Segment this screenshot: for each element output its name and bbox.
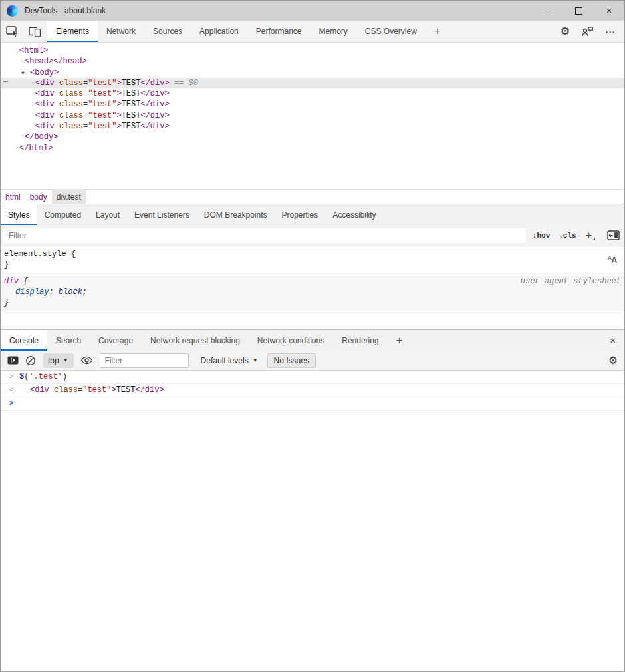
dom-tree-row[interactable]: <div class="test">TEST</div> (1, 110, 624, 121)
settings-icon[interactable]: ⚙ (561, 26, 570, 37)
dom-tree-row[interactable]: <div class="test">TEST</div> (1, 88, 624, 99)
breadcrumb-item-html[interactable]: html (1, 190, 25, 204)
panel-tab-css-overview[interactable]: CSS Overview (356, 21, 426, 42)
panel-tab-memory[interactable]: Memory (311, 21, 356, 42)
css-rule[interactable]: element.style {} (1, 246, 624, 273)
styles-tab-computed[interactable]: Computed (37, 204, 88, 225)
styles-tab-dom-breakpoints[interactable]: DOM Breakpoints (197, 204, 275, 225)
syntax-token: </body> (25, 132, 58, 142)
dom-tree-row[interactable]: <div class="test">TEST</div> (1, 121, 624, 132)
panel-tab-sources[interactable]: Sources (144, 21, 191, 42)
syntax-token: "test" (88, 89, 116, 98)
log-levels-dropdown[interactable]: Default levels ▼ (201, 356, 258, 365)
drawer-tab-rendering[interactable]: Rendering (333, 330, 387, 351)
syntax-token: > (116, 122, 121, 131)
dom-tree-row[interactable]: <head></head> (1, 56, 624, 67)
syntax-token: <div (35, 79, 59, 88)
drawer-tab-coverage[interactable]: Coverage (90, 330, 142, 351)
dom-tree-row[interactable]: </html> (1, 143, 624, 154)
console-settings-icon[interactable]: ⚙ (608, 355, 618, 366)
syntax-token: > (116, 100, 121, 109)
dom-tree-row[interactable]: </body> (1, 132, 624, 142)
syntax-token: </div> (140, 79, 169, 88)
node-overflow-dots[interactable]: ⋯ (3, 77, 8, 87)
panel-tab-application[interactable]: Application (191, 21, 247, 42)
syntax-token: <div (35, 122, 59, 131)
syntax-token: <div (35, 89, 59, 98)
minimize-icon (545, 11, 551, 11)
console-prompt-row[interactable]: > (1, 397, 624, 411)
console-filter-input[interactable] (100, 353, 189, 368)
syntax-token: </div> (140, 111, 169, 120)
close-drawer-button[interactable]: × (601, 330, 624, 351)
dom-tree-row[interactable]: ⋯<div class="test">TEST</div> == $0 (1, 78, 624, 88)
window-controls: × (533, 1, 624, 21)
syntax-token: "test" (82, 385, 111, 395)
drawer-tab-network-request-blocking[interactable]: Network request blocking (142, 330, 249, 351)
font-editor-icon[interactable]: AA (608, 255, 617, 266)
css-property[interactable]: display: block; (4, 287, 624, 297)
panel-tab-network[interactable]: Network (98, 21, 144, 42)
feedback-icon[interactable] (581, 26, 594, 37)
syntax-token: TEST (116, 385, 136, 395)
styles-tab-styles[interactable]: Styles (1, 204, 37, 225)
new-style-rule-button[interactable]: + (583, 230, 597, 242)
styles-pane-tabs: StylesComputedLayoutEvent ListenersDOM B… (1, 204, 624, 225)
panel-tab-elements[interactable]: Elements (47, 21, 98, 42)
style-origin: user agent stylesheet (521, 276, 621, 287)
clear-console-icon[interactable] (25, 355, 36, 366)
elements-tree-panel: <html><head></head>▼<body>⋯<div class="t… (1, 43, 624, 189)
syntax-token: class (59, 89, 83, 98)
syntax-token: == (170, 79, 189, 88)
drawer-tabs: ConsoleSearchCoverageNetwork request blo… (1, 330, 624, 351)
issues-badge[interactable]: No Issues (267, 353, 316, 368)
breadcrumb-item-div-test[interactable]: div.test (52, 190, 86, 204)
console-messages: >$('.test')<<div class="test">TEST</div>… (1, 371, 624, 671)
more-options-icon[interactable]: ⋯ (605, 27, 616, 37)
styles-tab-layout[interactable]: Layout (88, 204, 127, 225)
console-chevron-icon: < (9, 386, 14, 395)
device-toolbar-icon[interactable] (27, 24, 42, 39)
expand-arrow-icon[interactable]: ▼ (21, 68, 25, 79)
add-drawer-tab-button[interactable]: + (388, 330, 412, 351)
syntax-token: TEST (122, 79, 141, 88)
computed-sidebar-toggle-icon[interactable] (607, 230, 620, 240)
styles-filter-toolbar: :hov .cls + (1, 225, 624, 246)
dom-tree-row[interactable]: <html> (1, 45, 624, 56)
styles-tab-properties[interactable]: Properties (275, 204, 326, 225)
minimize-button[interactable] (533, 1, 563, 21)
live-expression-eye-icon[interactable] (80, 356, 93, 365)
close-button[interactable]: × (594, 1, 624, 21)
main-toolbar: ElementsNetworkSourcesApplicationPerform… (1, 21, 624, 43)
styles-tab-event-listeners[interactable]: Event Listeners (127, 204, 197, 225)
syntax-token: </div> (135, 385, 164, 395)
css-rule[interactable]: div {user agent stylesheetdisplay: block… (1, 273, 624, 311)
css-selector: element.style (4, 250, 66, 259)
maximize-icon (575, 7, 582, 15)
title-bar: DevTools - about:blank × (1, 1, 624, 21)
syntax-token: TEST (122, 111, 141, 120)
edge-logo-icon (7, 5, 18, 17)
more-tools-button[interactable]: + (426, 21, 449, 42)
drawer-tab-console[interactable]: Console (1, 330, 47, 351)
dropdown-corner-icon (592, 238, 595, 240)
syntax-token: TEST (122, 100, 141, 109)
syntax-token: '.test' (29, 372, 62, 381)
drawer-tab-search[interactable]: Search (47, 330, 90, 351)
execution-context-selector[interactable]: top ▼ (43, 353, 74, 368)
dom-tree-row[interactable]: <div class="test">TEST</div> (1, 99, 624, 110)
console-sidebar-toggle-icon[interactable] (7, 356, 19, 365)
inspect-element-icon[interactable] (5, 24, 20, 39)
syntax-token: <html> (19, 46, 48, 55)
dom-tree-row[interactable]: ▼<body> (1, 67, 624, 78)
element-classes-button[interactable]: .cls (557, 230, 578, 241)
styles-filter-input[interactable] (3, 228, 526, 243)
syntax-token: > (116, 79, 121, 88)
pseudo-state-button[interactable]: :hov (531, 230, 552, 241)
maximize-button[interactable] (563, 1, 594, 21)
drawer-tab-network-conditions[interactable]: Network conditions (249, 330, 333, 351)
syntax-token: > (111, 385, 116, 395)
breadcrumb-item-body[interactable]: body (25, 190, 52, 204)
panel-tab-performance[interactable]: Performance (247, 21, 311, 42)
styles-tab-accessibility[interactable]: Accessibility (325, 204, 383, 225)
